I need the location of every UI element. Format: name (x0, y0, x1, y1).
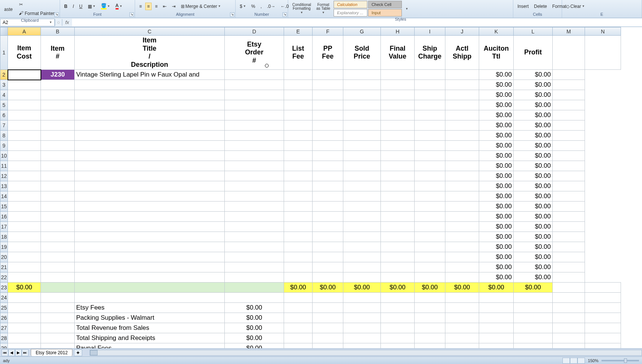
cell-G2[interactable] (343, 70, 381, 80)
cell-G9[interactable] (343, 141, 381, 151)
sheet-nav-next[interactable]: ▶ (15, 349, 22, 356)
cell-I19[interactable] (415, 242, 445, 252)
cell-G16[interactable] (343, 212, 381, 222)
cell-L9[interactable]: $0.00 (479, 141, 514, 151)
cell-E6[interactable] (284, 110, 313, 120)
header-cell-M[interactable] (553, 36, 585, 70)
cell-B16[interactable] (41, 212, 75, 222)
cell-D28[interactable]: $0.00 (225, 333, 284, 343)
cell-B21[interactable] (41, 262, 75, 272)
row-header-7[interactable]: 7 (0, 120, 8, 131)
row-header-28[interactable]: 28 (0, 333, 8, 343)
cell-D27[interactable]: $0.00 (225, 323, 284, 333)
cell-D11[interactable] (225, 161, 284, 171)
cell-N12[interactable] (553, 171, 585, 181)
cell-D18[interactable] (225, 232, 284, 242)
cell-F10[interactable] (313, 151, 343, 161)
cell-M8[interactable]: $0.00 (514, 131, 553, 141)
header-cell-C[interactable]: ItemTitle/Description (75, 36, 225, 70)
cell-E28[interactable] (284, 333, 313, 343)
cell-C21[interactable] (75, 262, 225, 272)
cell-C9[interactable] (75, 141, 225, 151)
cell-D19[interactable] (225, 242, 284, 252)
percent-button[interactable]: % (250, 3, 257, 10)
view-pagebreak-button[interactable] (577, 358, 585, 364)
cell-H17[interactable] (381, 222, 415, 232)
cell-H22[interactable] (381, 272, 415, 283)
cell-C25[interactable]: Etsy Fees (75, 303, 225, 313)
cell-E2[interactable] (284, 70, 313, 80)
cell-H3[interactable] (381, 80, 415, 90)
row-header-27[interactable]: 27 (0, 323, 8, 333)
cell-B22[interactable] (41, 272, 75, 283)
cell-M28[interactable] (553, 333, 585, 343)
row-header-18[interactable]: 18 (0, 232, 8, 242)
cell-F22[interactable] (313, 272, 343, 283)
cell-A13[interactable] (8, 181, 41, 191)
cell-A6[interactable] (8, 110, 41, 120)
cell-G27[interactable] (343, 323, 381, 333)
cell-M10[interactable]: $0.00 (514, 151, 553, 161)
header-cell-N[interactable] (585, 36, 621, 70)
align-center-button[interactable]: ≡ (145, 3, 152, 10)
cell-L13[interactable]: $0.00 (479, 181, 514, 191)
cell-H4[interactable] (381, 90, 415, 100)
cell-G25[interactable] (343, 303, 381, 313)
sheet-nav-first[interactable]: ⏮ (2, 349, 8, 356)
cell-F20[interactable] (313, 252, 343, 262)
cell-J5[interactable] (445, 100, 479, 110)
cell-I23[interactable]: $0.00 (415, 283, 445, 293)
cell-A10[interactable] (8, 151, 41, 161)
row-header-16[interactable]: 16 (0, 212, 8, 222)
cell-D7[interactable] (225, 120, 284, 131)
align-left-button[interactable]: ≡ (137, 3, 144, 10)
cell-D5[interactable] (225, 100, 284, 110)
cell-E9[interactable] (284, 141, 313, 151)
row-header-25[interactable]: 25 (0, 303, 8, 313)
cell-A8[interactable] (8, 131, 41, 141)
cell-M22[interactable]: $0.00 (514, 272, 553, 283)
cell-M7[interactable]: $0.00 (514, 120, 553, 131)
cell-J15[interactable] (445, 202, 479, 212)
cell-J19[interactable] (445, 242, 479, 252)
col-header-M[interactable]: M (553, 27, 585, 36)
cell-D10[interactable] (225, 151, 284, 161)
cell-M16[interactable]: $0.00 (514, 212, 553, 222)
cell-K27[interactable] (479, 323, 514, 333)
select-all-corner[interactable] (0, 27, 8, 36)
cell-F12[interactable] (313, 171, 343, 181)
col-header-L[interactable]: L (514, 27, 553, 36)
cell-G14[interactable] (343, 191, 381, 202)
cell-H5[interactable] (381, 100, 415, 110)
cell-E4[interactable] (284, 90, 313, 100)
cell-J12[interactable] (445, 171, 479, 181)
cell-A15[interactable] (8, 202, 41, 212)
cell-D17[interactable] (225, 222, 284, 232)
cell-M6[interactable]: $0.00 (514, 110, 553, 120)
header-cell-I[interactable]: ShipCharge (415, 36, 445, 70)
cell-D23[interactable] (225, 283, 284, 293)
cell-F18[interactable] (313, 232, 343, 242)
cell-M26[interactable] (553, 313, 585, 323)
cell-F15[interactable] (313, 202, 343, 212)
cell-L24[interactable] (514, 293, 553, 303)
col-header-C[interactable]: C (75, 27, 225, 36)
cell-B11[interactable] (41, 161, 75, 171)
cell-M3[interactable]: $0.00 (514, 80, 553, 90)
cell-L21[interactable]: $0.00 (479, 262, 514, 272)
cell-L19[interactable]: $0.00 (479, 242, 514, 252)
row-header-23[interactable]: 23 (0, 283, 8, 293)
header-cell-H[interactable]: FinalValue (381, 36, 415, 70)
cell-J9[interactable] (445, 141, 479, 151)
cell-C12[interactable] (75, 171, 225, 181)
cell-G20[interactable] (343, 252, 381, 262)
cell-A7[interactable] (8, 120, 41, 131)
underline-button[interactable]: U (77, 3, 84, 10)
cell-M2[interactable]: $0.00 (514, 70, 553, 80)
cell-C23[interactable] (75, 283, 225, 293)
cell-G15[interactable] (343, 202, 381, 212)
cell-A24[interactable] (8, 293, 41, 303)
cell-C5[interactable] (75, 100, 225, 110)
cell-E10[interactable] (284, 151, 313, 161)
cell-N27[interactable] (585, 323, 621, 333)
